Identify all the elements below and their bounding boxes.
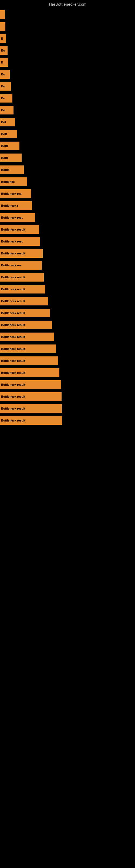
bar-label: Bottleneck result (1, 287, 25, 291)
bar-row: Bot (0, 118, 135, 126)
progress-bar: Bo (0, 46, 8, 55)
progress-bar: Bot (0, 118, 15, 126)
bar-label: Bottl (1, 156, 8, 159)
progress-bar: Bottleneck res (0, 261, 42, 270)
progress-bar: B (0, 34, 6, 43)
bar-label: Bo (1, 85, 5, 88)
progress-bar: Bottleneck result (0, 368, 59, 377)
bar-label: Bottleneck result (1, 419, 25, 422)
progress-bar (0, 10, 5, 19)
bar-label: Bottl (1, 144, 8, 148)
bar-label: Bo (1, 97, 5, 100)
bar-row: Bottleneck res (0, 261, 135, 270)
bar-row: Bottleneck result (0, 416, 135, 425)
bar-label: Bottleneck result (1, 276, 25, 279)
bar-row: Bottleneck result (0, 321, 135, 329)
bar-label: Bo (1, 108, 5, 112)
progress-bar: Bottleneck result (0, 309, 50, 317)
progress-bar: Bo (0, 70, 10, 79)
bar-row: Bottleneck result (0, 333, 135, 341)
progress-bar: Bottleneck res (0, 189, 31, 198)
bar-row: Bottl (0, 142, 135, 150)
progress-bar (0, 22, 5, 31)
progress-bar: Bottl (0, 154, 21, 162)
progress-bar: Bottleneck result (0, 392, 61, 401)
bar-row: Bottleneck result (0, 297, 135, 305)
bar-label: Bo (1, 73, 5, 76)
progress-bar: Bottleneck r (0, 201, 32, 210)
bar-label: Bo (1, 49, 5, 52)
bar-label: Bottleneck result (1, 395, 25, 398)
bar-row: Bottleneck resu (0, 213, 135, 222)
bar-label: B (1, 61, 3, 64)
progress-bar: Bottl (0, 142, 19, 150)
progress-bar: Bo (0, 82, 11, 91)
progress-bar: Bottleneck resu (0, 237, 40, 246)
bar-row: Bottleneck result (0, 380, 135, 389)
progress-bar: Bott (0, 130, 17, 138)
bar-row: Bo (0, 94, 135, 102)
bar-label: Bottleneck resu (1, 240, 24, 243)
bar-row: Bottleneck result (0, 309, 135, 317)
progress-bar: Bottleneck result (0, 249, 43, 258)
bar-label: Bottleneck result (1, 300, 25, 303)
progress-bar: Bottleneck result (0, 344, 56, 353)
bar-row: Bo (0, 106, 135, 115)
bar-row (0, 10, 135, 19)
bar-row: B (0, 58, 135, 67)
progress-bar: Bottleneck result (0, 404, 62, 413)
bar-label: Bottleneck result (1, 252, 25, 255)
bar-label: Bottleneck result (1, 371, 25, 374)
progress-bar: Bottleneck result (0, 297, 48, 305)
bar-label: Bottleneck res (1, 192, 21, 195)
progress-bar: Bottleneck result (0, 356, 58, 365)
bar-row: Bo (0, 46, 135, 55)
bar-label: B (1, 37, 3, 40)
progress-bar: B (0, 58, 8, 67)
bar-row: Bottleneck r (0, 201, 135, 210)
bar-row: Bo (0, 70, 135, 79)
progress-bar: Bottleneck resu (0, 213, 35, 222)
bar-label: Bottle (1, 168, 9, 172)
bar-label: Bottleneck result (1, 407, 25, 410)
bar-label: Bottlenec (1, 180, 14, 183)
bar-label: Bottleneck result (1, 311, 25, 315)
bar-label: Bottleneck result (1, 323, 25, 327)
bar-row: Bottlenec (0, 177, 135, 186)
site-title: TheBottlenecker.com (0, 0, 135, 8)
progress-bar: Bottleneck result (0, 225, 39, 234)
bar-row: Bottleneck res (0, 189, 135, 198)
progress-bar: Bottlenec (0, 177, 27, 186)
bar-row (0, 22, 135, 31)
bar-row: Bottleneck result (0, 225, 135, 234)
bar-label: Bottleneck result (1, 359, 25, 362)
bar-row: Bottleneck result (0, 356, 135, 365)
progress-bar: Bottleneck result (0, 416, 62, 425)
bar-row: Bottleneck result (0, 249, 135, 258)
bar-label: Bottleneck result (1, 335, 25, 339)
progress-bar: Bo (0, 94, 12, 102)
progress-bar: Bottleneck result (0, 273, 44, 282)
bar-row: Bottl (0, 154, 135, 162)
bars-container: BBoBBoBoBoBoBotBottBottlBottlBottleBottl… (0, 8, 135, 431)
bar-label: Bottleneck result (1, 383, 25, 386)
bar-row: Bottleneck resu (0, 237, 135, 246)
bar-row: Bo (0, 82, 135, 91)
bar-row: Bottleneck result (0, 392, 135, 401)
bar-row: Bott (0, 130, 135, 138)
bar-row: Bottleneck result (0, 285, 135, 293)
bar-row: Bottleneck result (0, 368, 135, 377)
bar-label: Bot (1, 120, 6, 124)
bar-label: Bottleneck resu (1, 216, 24, 219)
bar-label: Bottleneck result (1, 347, 25, 350)
progress-bar: Bottleneck result (0, 333, 54, 341)
bar-label: Bottleneck result (1, 228, 25, 231)
progress-bar: Bottleneck result (0, 380, 61, 389)
bar-row: B (0, 34, 135, 43)
bar-label: Bottleneck res (1, 264, 21, 267)
bar-row: Bottleneck result (0, 404, 135, 413)
progress-bar: Bottle (0, 165, 24, 174)
progress-bar: Bottleneck result (0, 321, 52, 329)
progress-bar: Bottleneck result (0, 285, 45, 293)
bar-label: Bottleneck r (1, 204, 18, 207)
